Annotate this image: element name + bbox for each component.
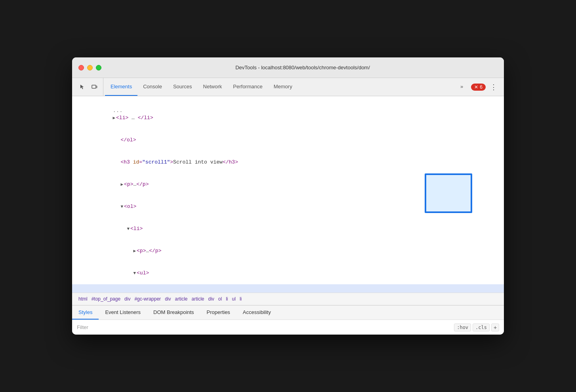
error-badge[interactable]: ✕ 6 bbox=[471, 84, 486, 91]
error-icon: ✕ bbox=[474, 84, 478, 90]
dom-line[interactable]: ▼<ul> bbox=[72, 262, 504, 284]
tab-network[interactable]: Network bbox=[198, 78, 228, 96]
dom-line[interactable]: ▶<p>…</p> bbox=[72, 173, 504, 196]
tab-dom-breakpoints[interactable]: DOM Breakpoints bbox=[147, 306, 200, 320]
breadcrumb-article-2[interactable]: article bbox=[190, 295, 206, 303]
dom-line[interactable]: <h3 id="scroll1">Scroll into view</h3> bbox=[72, 151, 504, 173]
tab-elements[interactable]: Elements bbox=[105, 78, 137, 96]
svg-rect-0 bbox=[92, 85, 96, 88]
filter-buttons: :hov .cls + bbox=[454, 323, 499, 331]
dom-panel[interactable]: ... ▶<li> … </li> </ol> <h3 id="scroll1"… bbox=[72, 96, 504, 293]
filter-bar: :hov .cls + bbox=[72, 320, 504, 335]
breadcrumb-div-1[interactable]: div bbox=[123, 295, 132, 303]
cls-button[interactable]: .cls bbox=[473, 323, 490, 331]
inspect-icon[interactable] bbox=[77, 82, 88, 93]
breadcrumb-bar: html #top_of_page div #gc-wrapper div ar… bbox=[72, 293, 504, 305]
dom-line[interactable]: ▶<p>…</p> bbox=[72, 240, 504, 262]
breadcrumb-li-1[interactable]: li bbox=[224, 295, 229, 303]
add-style-button[interactable]: + bbox=[491, 323, 499, 331]
toolbar-icons bbox=[74, 78, 103, 96]
tab-memory[interactable]: Memory bbox=[268, 78, 298, 96]
breadcrumb-li-2[interactable]: li bbox=[238, 295, 243, 303]
dom-line[interactable]: </ol> bbox=[72, 129, 504, 151]
tab-performance[interactable]: Performance bbox=[227, 78, 268, 96]
filter-input[interactable] bbox=[77, 324, 451, 330]
dom-line[interactable]: ... ▶<li> … </li> bbox=[72, 99, 504, 129]
breadcrumb-div-2[interactable]: div bbox=[163, 295, 172, 303]
breadcrumb-html[interactable]: html bbox=[77, 295, 89, 303]
traffic-lights bbox=[78, 65, 101, 70]
tab-styles[interactable]: Styles bbox=[72, 306, 99, 320]
dom-line[interactable]: ▼<li> bbox=[72, 218, 504, 240]
svg-rect-1 bbox=[96, 86, 97, 88]
more-options-button[interactable]: ⋮ bbox=[488, 82, 499, 93]
hov-button[interactable]: :hov bbox=[454, 323, 471, 331]
tab-sources[interactable]: Sources bbox=[168, 78, 198, 96]
toolbar-right: » ✕ 6 ⋮ bbox=[455, 78, 502, 96]
tab-properties[interactable]: Properties bbox=[200, 306, 237, 320]
devtools-window: DevTools - localhost:8080/web/tools/chro… bbox=[72, 57, 504, 335]
breadcrumb-gc-wrapper[interactable]: #gc-wrapper bbox=[133, 295, 162, 303]
title-bar: DevTools - localhost:8080/web/tools/chro… bbox=[72, 57, 504, 78]
main-area: ... ▶<li> … </li> </ol> <h3 id="scroll1"… bbox=[72, 96, 504, 335]
bottom-tabs: Styles Event Listeners DOM Breakpoints P… bbox=[72, 305, 504, 320]
dom-line-selected[interactable]: <li>Magritte</li> == $0 bbox=[72, 284, 504, 293]
breadcrumb-ul[interactable]: ul bbox=[231, 295, 237, 303]
minimize-button[interactable] bbox=[87, 65, 93, 70]
close-button[interactable] bbox=[78, 65, 84, 70]
window-title: DevTools - localhost:8080/web/tools/chro… bbox=[108, 65, 498, 70]
breadcrumb-article-1[interactable]: article bbox=[173, 295, 189, 303]
toolbar: Elements Console Sources Network Perform… bbox=[72, 78, 504, 96]
device-icon[interactable] bbox=[89, 82, 100, 93]
more-tabs-button[interactable]: » bbox=[455, 78, 469, 96]
maximize-button[interactable] bbox=[96, 65, 101, 70]
breadcrumb-ol[interactable]: ol bbox=[217, 295, 223, 303]
dom-line[interactable]: ▼<ol> bbox=[72, 196, 504, 218]
tab-event-listeners[interactable]: Event Listeners bbox=[99, 306, 147, 320]
tab-accessibility[interactable]: Accessibility bbox=[237, 306, 277, 320]
breadcrumb-top-of-page[interactable]: #top_of_page bbox=[90, 295, 122, 303]
tab-console[interactable]: Console bbox=[137, 78, 168, 96]
breadcrumb-div-3[interactable]: div bbox=[207, 295, 216, 303]
